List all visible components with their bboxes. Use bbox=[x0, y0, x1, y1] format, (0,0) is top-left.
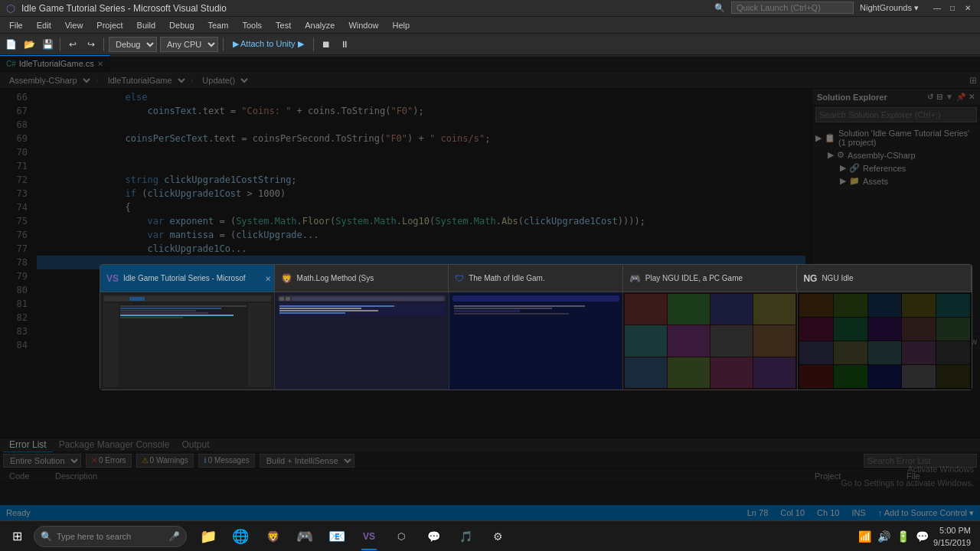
taskbar-steam[interactable]: 🎮 bbox=[289, 521, 320, 552]
taskbar-search-icon: 🔍 bbox=[41, 531, 52, 542]
ngu-app-icon: NG bbox=[803, 273, 817, 284]
toolbar-sep3 bbox=[223, 37, 224, 51]
start-button[interactable]: ⊞ bbox=[3, 523, 31, 550]
redo-btn[interactable]: ↪ bbox=[83, 37, 99, 52]
thumb-title-ngu[interactable]: 🎮 Play NGU IDLE, a PC Game on Kartridge … bbox=[623, 265, 798, 292]
menu-window[interactable]: Window bbox=[342, 19, 384, 31]
tray-battery-icon[interactable]: 🔋 bbox=[895, 529, 911, 544]
quick-launch-input[interactable] bbox=[731, 2, 854, 14]
tray-volume-icon[interactable]: 🔊 bbox=[876, 529, 892, 544]
thumbnail-overlay: VS Idle Game Tutorial Series - Microsoft… bbox=[100, 264, 972, 390]
vs-logo-icon: ⬡ bbox=[6, 2, 15, 15]
close-btn[interactable]: ✕ bbox=[962, 3, 974, 14]
attach-unity-btn[interactable]: ▶ Attach to Unity ▶ bbox=[228, 37, 309, 51]
menu-view[interactable]: View bbox=[59, 19, 90, 31]
taskbar-mail[interactable]: 📧 bbox=[322, 521, 352, 552]
thumbnail-titles: VS Idle Game Tutorial Series - Microsoft… bbox=[100, 265, 972, 292]
taskbar-unity[interactable]: ⬡ bbox=[386, 521, 416, 552]
taskbar-items: 📁 🌐 🦁 🎮 📧 VS ⬡ 💬 🎵 ⚙ bbox=[193, 521, 513, 552]
menu-build[interactable]: Build bbox=[131, 19, 162, 31]
clock-time: 5:00 PM bbox=[933, 524, 971, 536]
menu-help[interactable]: Help bbox=[387, 19, 416, 31]
taskbar-browser1[interactable]: 🌐 bbox=[225, 521, 256, 552]
toolbar-sep4 bbox=[313, 37, 314, 51]
brave-icon2: 🛡 bbox=[455, 273, 464, 284]
thumb-title-vs[interactable]: VS Idle Game Tutorial Series - Microsoft… bbox=[100, 265, 275, 292]
taskbar-brave[interactable]: 🦁 bbox=[257, 521, 288, 552]
taskbar-search-text: Type here to search bbox=[57, 532, 131, 541]
toolbar-sep1 bbox=[60, 37, 60, 51]
title-bar: ⬡ Idle Game Tutorial Series - Microsoft … bbox=[0, 0, 980, 17]
minimize-btn[interactable]: — bbox=[931, 3, 943, 14]
taskbar: ⊞ 🔍 Type here to search 🎤 📁 🌐 🦁 🎮 📧 VS ⬡… bbox=[0, 520, 980, 551]
window-title: Idle Game Tutorial Series - Microsoft Vi… bbox=[21, 3, 227, 14]
play-icon: ▶ bbox=[233, 39, 239, 49]
cortana-icon: 🎤 bbox=[168, 531, 180, 542]
menu-file[interactable]: File bbox=[3, 19, 29, 31]
mathlog-title-label: Math.Log Method (Sys... bbox=[297, 274, 374, 282]
kartridge-icon: 🎮 bbox=[629, 273, 641, 284]
thumb-ngugame[interactable] bbox=[623, 292, 798, 390]
vs-title-label: Idle Game Tutorial Series - Microsoft Vi… bbox=[123, 274, 246, 282]
platform-dropdown[interactable]: Any CPU bbox=[160, 37, 218, 52]
thumb-mathlog[interactable] bbox=[275, 292, 449, 390]
thumb-title-nguidle[interactable]: NG NGU Idle bbox=[797, 265, 972, 292]
nguidle-title-label: NGU Idle bbox=[822, 274, 853, 282]
ngu-title-label: Play NGU IDLE, a PC Game on Kartridge — … bbox=[645, 274, 745, 282]
taskbar-discord[interactable]: 💬 bbox=[418, 521, 449, 552]
taskbar-file-explorer[interactable]: 📁 bbox=[193, 521, 224, 552]
thumb-title-mathlog[interactable]: 🦁 Math.Log Method (Sys... bbox=[275, 265, 449, 292]
thumb-nguidle[interactable] bbox=[798, 292, 972, 390]
menu-analyze[interactable]: Analyze bbox=[299, 19, 341, 31]
taskbar-vs[interactable]: VS bbox=[354, 521, 384, 552]
tray-network-icon[interactable]: 📶 bbox=[857, 529, 873, 544]
search-box[interactable]: 🔍 Type here to search 🎤 bbox=[34, 526, 187, 547]
menu-project[interactable]: Project bbox=[90, 19, 129, 31]
open-btn[interactable]: 📂 bbox=[21, 37, 37, 52]
maximize-btn[interactable]: □ bbox=[946, 3, 959, 14]
clock-date: 9/15/2019 bbox=[933, 536, 971, 549]
mathidle-title-label: The Math of Idle Gam... bbox=[469, 274, 545, 282]
taskbar-extra1[interactable]: 🎵 bbox=[450, 521, 481, 552]
menu-bar: File Edit View Project Build Debug Team … bbox=[0, 17, 980, 34]
toolbar-sep2 bbox=[103, 37, 104, 51]
toolbar-extra1[interactable]: ⏹ bbox=[318, 37, 334, 52]
thumb-vs[interactable] bbox=[100, 292, 275, 390]
save-btn[interactable]: 💾 bbox=[40, 37, 55, 52]
brave-icon1: 🦁 bbox=[281, 273, 292, 284]
vs-close-x[interactable]: ✕ bbox=[265, 274, 271, 282]
config-dropdown[interactable]: Debug bbox=[109, 37, 157, 52]
toolbar-extra2[interactable]: ⏸ bbox=[337, 37, 352, 52]
menu-edit[interactable]: Edit bbox=[31, 19, 57, 31]
system-tray: 📶 🔊 🔋 💬 5:00 PM 9/15/2019 bbox=[857, 524, 977, 549]
search-icon: 🔍 bbox=[714, 3, 725, 13]
toolbar: 📄 📂 💾 ↩ ↪ Debug Any CPU ▶ Attach to Unit… bbox=[0, 34, 980, 55]
menu-team[interactable]: Team bbox=[202, 19, 235, 31]
thumb-mathidle[interactable] bbox=[449, 292, 624, 390]
vs-app-icon: VS bbox=[106, 273, 119, 284]
menu-tools[interactable]: Tools bbox=[236, 19, 268, 31]
taskbar-extra2[interactable]: ⚙ bbox=[482, 521, 513, 552]
tray-action-center[interactable]: 💬 bbox=[914, 529, 930, 544]
thumb-title-mathidle[interactable]: 🛡 The Math of Idle Gam... bbox=[449, 265, 623, 292]
undo-btn[interactable]: ↩ bbox=[65, 37, 80, 52]
menu-test[interactable]: Test bbox=[270, 19, 297, 31]
system-clock[interactable]: 5:00 PM 9/15/2019 bbox=[933, 524, 971, 549]
user-label[interactable]: NightGrounds ▾ bbox=[860, 3, 919, 13]
new-file-btn[interactable]: 📄 bbox=[3, 37, 18, 52]
thumbnail-images bbox=[100, 292, 972, 390]
window-controls: — □ ✕ bbox=[931, 3, 974, 14]
menu-debug[interactable]: Debug bbox=[163, 19, 200, 31]
